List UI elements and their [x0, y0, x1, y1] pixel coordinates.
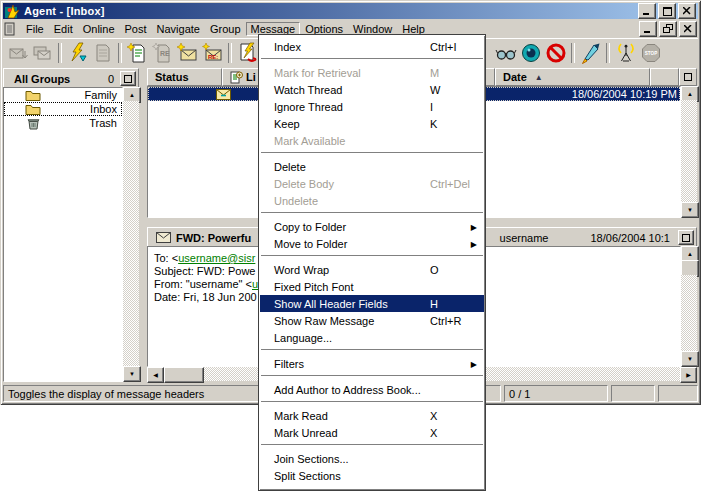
groups-panel-title: All Groups — [14, 73, 70, 85]
scroll-down-icon[interactable]: ▼ — [681, 202, 699, 218]
svg-text:STOP: STOP — [644, 51, 656, 56]
menu-item-delete[interactable]: Delete — [260, 158, 484, 175]
scroll-down-icon[interactable]: ▼ — [123, 366, 141, 382]
scroll-track[interactable] — [123, 101, 139, 368]
followup-article-icon: RE — [150, 41, 175, 65]
menu-item-mark-for-retrieval: Mark for RetrievalM — [260, 64, 484, 81]
message-date: 18/06/2004 10:19 PM — [572, 88, 680, 100]
group-row-family[interactable]: Family — [4, 88, 122, 102]
scroll-right-icon[interactable]: ▶ — [680, 367, 697, 383]
menu-file[interactable]: File — [21, 22, 49, 36]
minimize-icon[interactable] — [638, 3, 656, 19]
menu-item-move-to-folder[interactable]: Move to Folder▶ — [260, 235, 484, 252]
svg-text:RE:: RE: — [208, 54, 218, 60]
maximize-pane-icon[interactable] — [120, 71, 136, 86]
app-icon — [5, 4, 21, 19]
menu-separator — [260, 55, 484, 64]
menu-item-join-sections[interactable]: Join Sections... — [260, 450, 484, 467]
new-email-icon[interactable] — [175, 41, 200, 65]
menu-item-split-sections[interactable]: Split Sections — [260, 467, 484, 484]
scroll-track[interactable] — [681, 275, 697, 353]
groups-panel: All Groups 0 Family Inbox Trash — [3, 68, 139, 382]
message-menu: IndexCtrl+I Mark for RetrievalM Watch Th… — [258, 34, 486, 491]
message-view-date: 18/06/2004 10:1 — [590, 232, 670, 244]
post-article-icon — [90, 41, 115, 65]
column-date[interactable]: Date ▲ — [495, 68, 650, 86]
toolbar-separator — [606, 43, 610, 63]
toolbar-separator — [118, 43, 122, 63]
keyring-badge-icon[interactable] — [518, 41, 543, 65]
email-link[interactable]: username@sisr — [178, 252, 255, 264]
lines-icon — [230, 71, 243, 84]
menu-item-mark-available: Mark Available — [260, 132, 484, 149]
view-glasses-icon[interactable] — [493, 41, 518, 65]
menu-item-mark-read[interactable]: Mark ReadX — [260, 407, 484, 424]
submenu-arrow-icon: ▶ — [471, 222, 477, 231]
close-icon[interactable] — [678, 3, 696, 19]
menu-item-copy-to-folder[interactable]: Copy to Folder▶ — [260, 218, 484, 235]
scroll-track[interactable] — [681, 100, 697, 204]
status-counter: 0 / 1 — [504, 385, 608, 402]
groups-count: 0 — [108, 73, 114, 85]
menu-item-fixed-pitch-font[interactable]: Fixed Pitch Font — [260, 278, 484, 295]
sort-ascending-icon: ▲ — [535, 73, 543, 82]
status-panel — [611, 385, 655, 402]
menu-item-word-wrap[interactable]: Word WrapO — [260, 261, 484, 278]
svg-text:RE: RE — [160, 50, 170, 57]
menu-item-ignore-thread[interactable]: Ignore ThreadI — [260, 98, 484, 115]
menu-item-show-raw-message[interactable]: Show Raw MessageCtrl+R — [260, 312, 484, 329]
child-minimize-icon[interactable] — [639, 21, 657, 37]
message-view-scrollbar: ▲ ▼ — [681, 246, 697, 367]
ignore-icon[interactable] — [543, 41, 568, 65]
status-panel — [658, 385, 698, 402]
group-label: Inbox — [42, 103, 122, 115]
menu-separator — [260, 398, 484, 407]
scroll-down-icon[interactable]: ▼ — [681, 351, 699, 367]
scroll-left-icon[interactable]: ◀ — [147, 367, 164, 383]
send-queued-icon[interactable] — [235, 41, 260, 65]
get-marked-messages-icon — [5, 41, 30, 65]
menu-online[interactable]: Online — [78, 22, 120, 36]
message-list-scrollbar: ▲ ▼ — [681, 86, 697, 218]
maximize-pane-icon[interactable] — [679, 68, 697, 86]
menu-edit[interactable]: Edit — [49, 22, 78, 36]
toolbar-separator — [228, 43, 232, 63]
reply-email-icon[interactable]: RE: — [200, 41, 225, 65]
child-close-icon[interactable] — [679, 21, 697, 37]
title-bar[interactable]: Agent - [Inbox] — [3, 3, 698, 19]
envelope-icon — [156, 232, 171, 243]
menu-separator — [260, 441, 484, 450]
menu-item-language[interactable]: Language... — [260, 329, 484, 346]
column-status[interactable]: Status — [147, 68, 222, 86]
maximize-pane-icon[interactable] — [678, 230, 694, 245]
menu-item-add-author-to-address-book[interactable]: Add Author to Address Book... — [260, 381, 484, 398]
menu-item-index[interactable]: IndexCtrl+I — [260, 38, 484, 55]
go-online-get-icon[interactable] — [65, 41, 90, 65]
group-label: Trash — [42, 117, 122, 129]
menu-item-keep[interactable]: KeepK — [260, 115, 484, 132]
menu-item-mark-unread[interactable]: Mark UnreadX — [260, 424, 484, 441]
message-author: username — [500, 232, 549, 244]
menu-separator — [260, 209, 484, 218]
go-online-antenna-icon[interactable] — [613, 41, 638, 65]
menu-item-watch-thread[interactable]: Watch ThreadW — [260, 81, 484, 98]
menu-item-filters[interactable]: Filters▶ — [260, 355, 484, 372]
scroll-thumb[interactable] — [164, 367, 204, 383]
submenu-arrow-icon: ▶ — [471, 359, 477, 368]
new-article-icon[interactable] — [125, 41, 150, 65]
group-row-inbox[interactable]: Inbox — [4, 102, 122, 116]
message-title: FWD: Powerfu — [176, 232, 251, 244]
child-restore-icon[interactable] — [659, 21, 677, 37]
menu-group[interactable]: Group — [205, 22, 246, 36]
menu-post[interactable]: Post — [120, 22, 152, 36]
menu-separator — [260, 252, 484, 261]
menu-navigate[interactable]: Navigate — [152, 22, 205, 36]
desktop: Agent - [Inbox] File Edit Online Post Na… — [0, 0, 701, 493]
menu-item-show-all-header-fields[interactable]: Show All Header FieldsH — [260, 295, 484, 312]
toolbar-separator — [571, 43, 575, 63]
envelope-icon — [216, 89, 231, 100]
document-icon[interactable] — [3, 22, 17, 36]
group-row-trash[interactable]: Trash — [4, 116, 122, 130]
launch-rocket-icon[interactable] — [578, 41, 603, 65]
maximize-icon[interactable] — [658, 3, 676, 19]
